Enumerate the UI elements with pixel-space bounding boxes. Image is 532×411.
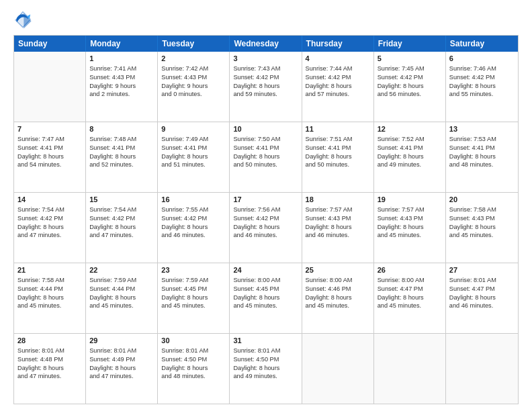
day-number: 9 bbox=[161, 124, 226, 134]
day-number: 10 bbox=[233, 124, 298, 134]
cell-info: Sunrise: 7:48 AMSunset: 4:41 PMDaylight:… bbox=[89, 135, 154, 170]
day-number: 18 bbox=[306, 195, 370, 205]
day-number: 29 bbox=[89, 336, 154, 346]
day-number: 16 bbox=[161, 195, 226, 205]
page: SundayMondayTuesdayWednesdayThursdayFrid… bbox=[0, 0, 532, 411]
calendar-cell: 26Sunrise: 8:00 AMSunset: 4:47 PMDayligh… bbox=[374, 263, 446, 333]
cell-info: Sunrise: 7:53 AMSunset: 4:41 PMDaylight:… bbox=[449, 135, 515, 170]
calendar-cell: 29Sunrise: 8:01 AMSunset: 4:49 PMDayligh… bbox=[86, 334, 158, 404]
header-day-monday: Monday bbox=[86, 36, 158, 52]
cell-info: Sunrise: 7:52 AMSunset: 4:41 PMDaylight:… bbox=[378, 135, 442, 170]
day-number: 23 bbox=[161, 265, 226, 275]
cell-info: Sunrise: 7:54 AMSunset: 4:42 PMDaylight:… bbox=[17, 205, 82, 240]
calendar-cell: 16Sunrise: 7:55 AMSunset: 4:42 PMDayligh… bbox=[158, 193, 230, 263]
calendar-cell: 5Sunrise: 7:45 AMSunset: 4:42 PMDaylight… bbox=[374, 52, 446, 122]
header-day-saturday: Saturday bbox=[446, 36, 518, 52]
day-number: 31 bbox=[233, 336, 298, 346]
calendar-row-3: 21Sunrise: 7:58 AMSunset: 4:44 PMDayligh… bbox=[14, 263, 518, 334]
cell-info: Sunrise: 8:01 AMSunset: 4:50 PMDaylight:… bbox=[161, 347, 226, 381]
day-number: 2 bbox=[161, 54, 226, 64]
day-number: 12 bbox=[378, 124, 442, 134]
calendar-cell: 11Sunrise: 7:51 AMSunset: 4:41 PMDayligh… bbox=[302, 122, 374, 192]
day-number: 19 bbox=[378, 195, 442, 205]
day-number: 24 bbox=[233, 265, 298, 275]
calendar: SundayMondayTuesdayWednesdayThursdayFrid… bbox=[13, 35, 519, 404]
calendar-cell: 9Sunrise: 7:49 AMSunset: 4:41 PMDaylight… bbox=[158, 122, 230, 192]
calendar-cell bbox=[14, 52, 86, 122]
day-number: 21 bbox=[17, 265, 82, 275]
calendar-cell: 3Sunrise: 7:43 AMSunset: 4:42 PMDaylight… bbox=[230, 52, 302, 122]
cell-info: Sunrise: 7:57 AMSunset: 4:43 PMDaylight:… bbox=[378, 205, 442, 240]
cell-info: Sunrise: 7:50 AMSunset: 4:41 PMDaylight:… bbox=[233, 135, 298, 170]
calendar-cell: 15Sunrise: 7:54 AMSunset: 4:42 PMDayligh… bbox=[86, 193, 158, 263]
cell-info: Sunrise: 7:59 AMSunset: 4:45 PMDaylight:… bbox=[161, 276, 226, 311]
calendar-cell: 18Sunrise: 7:57 AMSunset: 4:43 PMDayligh… bbox=[302, 193, 374, 263]
header-day-friday: Friday bbox=[374, 36, 446, 52]
calendar-body: 1Sunrise: 7:41 AMSunset: 4:43 PMDaylight… bbox=[14, 52, 518, 404]
calendar-cell: 21Sunrise: 7:58 AMSunset: 4:44 PMDayligh… bbox=[14, 263, 86, 333]
calendar-row-4: 28Sunrise: 8:01 AMSunset: 4:48 PMDayligh… bbox=[14, 334, 518, 404]
cell-info: Sunrise: 7:54 AMSunset: 4:42 PMDaylight:… bbox=[89, 205, 154, 240]
cell-info: Sunrise: 7:55 AMSunset: 4:42 PMDaylight:… bbox=[161, 205, 226, 240]
day-number: 22 bbox=[89, 265, 154, 275]
calendar-cell bbox=[446, 334, 518, 404]
calendar-cell: 13Sunrise: 7:53 AMSunset: 4:41 PMDayligh… bbox=[446, 122, 518, 192]
calendar-cell: 24Sunrise: 8:00 AMSunset: 4:45 PMDayligh… bbox=[230, 263, 302, 333]
cell-info: Sunrise: 8:00 AMSunset: 4:46 PMDaylight:… bbox=[306, 276, 370, 311]
cell-info: Sunrise: 7:47 AMSunset: 4:41 PMDaylight:… bbox=[17, 135, 82, 170]
cell-info: Sunrise: 8:01 AMSunset: 4:47 PMDaylight:… bbox=[449, 276, 515, 311]
calendar-cell: 28Sunrise: 8:01 AMSunset: 4:48 PMDayligh… bbox=[14, 334, 86, 404]
calendar-cell: 10Sunrise: 7:50 AMSunset: 4:41 PMDayligh… bbox=[230, 122, 302, 192]
day-number: 15 bbox=[89, 195, 154, 205]
cell-info: Sunrise: 7:45 AMSunset: 4:42 PMDaylight:… bbox=[378, 64, 442, 99]
calendar-cell: 7Sunrise: 7:47 AMSunset: 4:41 PMDaylight… bbox=[14, 122, 86, 192]
cell-info: Sunrise: 8:00 AMSunset: 4:45 PMDaylight:… bbox=[233, 276, 298, 311]
header-day-thursday: Thursday bbox=[302, 36, 374, 52]
calendar-cell: 27Sunrise: 8:01 AMSunset: 4:47 PMDayligh… bbox=[446, 263, 518, 333]
day-number: 6 bbox=[449, 54, 515, 64]
calendar-cell bbox=[302, 334, 374, 404]
calendar-cell: 31Sunrise: 8:01 AMSunset: 4:50 PMDayligh… bbox=[230, 334, 302, 404]
cell-info: Sunrise: 8:01 AMSunset: 4:48 PMDaylight:… bbox=[17, 347, 82, 381]
logo bbox=[13, 11, 35, 30]
calendar-header: SundayMondayTuesdayWednesdayThursdayFrid… bbox=[14, 36, 518, 52]
cell-info: Sunrise: 8:00 AMSunset: 4:47 PMDaylight:… bbox=[378, 276, 442, 311]
calendar-cell: 1Sunrise: 7:41 AMSunset: 4:43 PMDaylight… bbox=[86, 52, 158, 122]
header-day-wednesday: Wednesday bbox=[230, 36, 302, 52]
calendar-row-2: 14Sunrise: 7:54 AMSunset: 4:42 PMDayligh… bbox=[14, 193, 518, 263]
calendar-row-0: 1Sunrise: 7:41 AMSunset: 4:43 PMDaylight… bbox=[14, 52, 518, 122]
calendar-cell: 8Sunrise: 7:48 AMSunset: 4:41 PMDaylight… bbox=[86, 122, 158, 192]
calendar-cell: 25Sunrise: 8:00 AMSunset: 4:46 PMDayligh… bbox=[302, 263, 374, 333]
day-number: 13 bbox=[449, 124, 515, 134]
calendar-cell: 20Sunrise: 7:58 AMSunset: 4:43 PMDayligh… bbox=[446, 193, 518, 263]
cell-info: Sunrise: 7:43 AMSunset: 4:42 PMDaylight:… bbox=[233, 64, 298, 99]
cell-info: Sunrise: 7:51 AMSunset: 4:41 PMDaylight:… bbox=[306, 135, 370, 170]
cell-info: Sunrise: 7:58 AMSunset: 4:43 PMDaylight:… bbox=[449, 205, 515, 240]
logo-icon bbox=[13, 11, 32, 30]
day-number: 11 bbox=[306, 124, 370, 134]
cell-info: Sunrise: 7:59 AMSunset: 4:44 PMDaylight:… bbox=[89, 276, 154, 311]
day-number: 5 bbox=[378, 54, 442, 64]
day-number: 7 bbox=[17, 124, 82, 134]
cell-info: Sunrise: 7:44 AMSunset: 4:42 PMDaylight:… bbox=[306, 64, 370, 99]
day-number: 25 bbox=[306, 265, 370, 275]
calendar-cell: 4Sunrise: 7:44 AMSunset: 4:42 PMDaylight… bbox=[302, 52, 374, 122]
calendar-cell bbox=[374, 334, 446, 404]
day-number: 14 bbox=[17, 195, 82, 205]
day-number: 3 bbox=[233, 54, 298, 64]
header-day-tuesday: Tuesday bbox=[158, 36, 230, 52]
cell-info: Sunrise: 7:41 AMSunset: 4:43 PMDaylight:… bbox=[89, 64, 154, 99]
day-number: 26 bbox=[378, 265, 442, 275]
header-day-sunday: Sunday bbox=[14, 36, 86, 52]
calendar-cell: 2Sunrise: 7:42 AMSunset: 4:43 PMDaylight… bbox=[158, 52, 230, 122]
day-number: 1 bbox=[89, 54, 154, 64]
calendar-cell: 17Sunrise: 7:56 AMSunset: 4:42 PMDayligh… bbox=[230, 193, 302, 263]
day-number: 17 bbox=[233, 195, 298, 205]
cell-info: Sunrise: 8:01 AMSunset: 4:49 PMDaylight:… bbox=[89, 347, 154, 381]
cell-info: Sunrise: 7:42 AMSunset: 4:43 PMDaylight:… bbox=[161, 64, 226, 99]
cell-info: Sunrise: 7:49 AMSunset: 4:41 PMDaylight:… bbox=[161, 135, 226, 170]
day-number: 8 bbox=[89, 124, 154, 134]
calendar-cell: 14Sunrise: 7:54 AMSunset: 4:42 PMDayligh… bbox=[14, 193, 86, 263]
cell-info: Sunrise: 7:58 AMSunset: 4:44 PMDaylight:… bbox=[17, 276, 82, 311]
calendar-cell: 22Sunrise: 7:59 AMSunset: 4:44 PMDayligh… bbox=[86, 263, 158, 333]
